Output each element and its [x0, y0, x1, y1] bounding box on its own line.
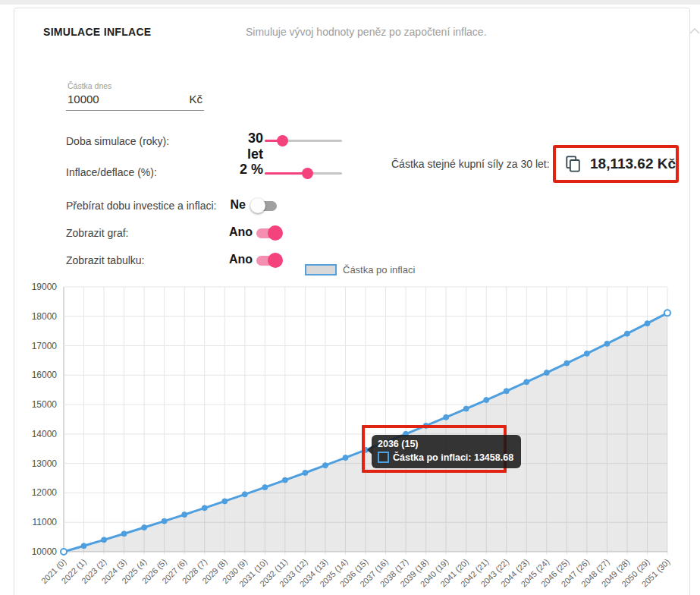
inherit-toggle-thumb[interactable]: [250, 198, 265, 213]
inflation-simulator-page: SIMULACE INFLACE Simuluje vývoj hodnoty …: [0, 0, 700, 595]
tooltip-value-text: Částka po inflaci: 13458.68: [393, 452, 513, 463]
duration-value: 30 let: [229, 131, 263, 162]
svg-text:18000: 18000: [32, 311, 58, 322]
svg-text:12000: 12000: [32, 487, 58, 498]
inflation-value: 2 %: [229, 162, 263, 178]
section-title: SIMULACE INFLACE: [43, 26, 151, 38]
duration-label: Doba simulace (roky):: [66, 135, 169, 147]
inflation-slider-fill: [265, 172, 307, 175]
chevron-up-icon: [686, 23, 700, 39]
show-chart-toggle-value: Ano: [229, 225, 252, 239]
result-annotation-box: 18,113.62 Kč: [553, 145, 679, 183]
amount-input-value[interactable]: 10000: [67, 93, 99, 105]
amount-field-group: Částka dnes 10000 Kč: [66, 81, 204, 111]
currency-suffix: Kč: [189, 93, 202, 105]
inherit-toggle[interactable]: [250, 198, 278, 213]
copy-icon[interactable]: [565, 155, 582, 173]
svg-text:17000: 17000: [32, 341, 58, 351]
tooltip-title: 2036 (15): [378, 439, 513, 449]
inflation-label: Inflace/deflace (%):: [66, 166, 157, 178]
amount-input[interactable]: 10000 Kč: [66, 90, 204, 111]
svg-text:13000: 13000: [32, 458, 58, 469]
svg-text:10000: 10000: [32, 546, 58, 557]
show-chart-toggle-label: Zobrazit graf:: [66, 227, 128, 239]
collapse-section-button[interactable]: [686, 23, 700, 39]
inflation-slider-thumb[interactable]: [302, 168, 313, 179]
result-label: Částka stejné kupní síly za 30 let:: [391, 158, 550, 170]
duration-slider-thumb[interactable]: [277, 135, 288, 146]
svg-text:16000: 16000: [32, 370, 58, 380]
section-subtitle: Simuluje vývoj hodnoty peněz po započten…: [246, 26, 487, 38]
show-chart-toggle-thumb[interactable]: [268, 225, 283, 241]
amount-field-label: Částka dnes: [67, 81, 204, 90]
svg-text:14000: 14000: [32, 429, 58, 439]
result-value: 18,113.62 Kč: [590, 156, 676, 172]
show-chart-toggle[interactable]: [255, 225, 283, 241]
page-top-strip: [0, 0, 700, 5]
tooltip-series-swatch: [378, 452, 389, 463]
svg-text:19000: 19000: [32, 282, 58, 292]
inflation-slider[interactable]: [265, 167, 342, 179]
svg-text:15000: 15000: [32, 399, 58, 410]
inherit-toggle-value: Ne: [229, 198, 246, 212]
inflation-area-chart[interactable]: 2021 (0)2022 (1)2023 (2)2024 (3)2025 (4)…: [0, 258, 700, 595]
chart-tooltip: 2036 (15) Částka po inflaci: 13458.68: [372, 435, 521, 468]
svg-text:11000: 11000: [33, 517, 58, 527]
inherit-toggle-label: Přebírat dobu investice a inflaci:: [66, 200, 216, 212]
duration-slider[interactable]: [265, 134, 342, 146]
